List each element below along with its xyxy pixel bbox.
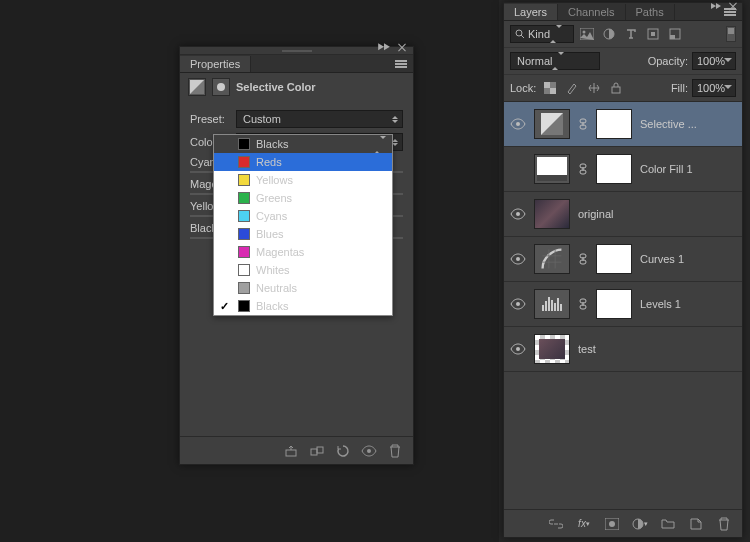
visibility-toggle[interactable]	[510, 161, 526, 177]
layer-name[interactable]: Levels 1	[640, 298, 736, 310]
filter-kind-select[interactable]: Kind	[510, 25, 574, 43]
dropdown-item-magentas[interactable]: Magentas	[214, 243, 392, 261]
previous-state-icon[interactable]	[309, 443, 325, 459]
fill-value: 100%	[697, 82, 725, 94]
preset-value: Custom	[243, 113, 281, 125]
dropdown-arrows-icon	[552, 55, 564, 67]
tab-properties[interactable]: Properties	[180, 56, 251, 72]
dropdown-item-label: Blues	[256, 228, 284, 240]
layer-row[interactable]: Levels 1	[504, 282, 742, 327]
lock-pixels-icon[interactable]	[564, 80, 580, 96]
lock-all-icon[interactable]	[608, 80, 624, 96]
dropdown-item-yellows[interactable]: Yellows	[214, 171, 392, 189]
visibility-toggle[interactable]	[510, 296, 526, 312]
reset-icon[interactable]	[335, 443, 351, 459]
link-mask-icon[interactable]	[578, 163, 588, 175]
clip-to-layer-icon[interactable]	[283, 443, 299, 459]
filter-adjustment-icon[interactable]	[600, 25, 618, 43]
filter-shape-icon[interactable]	[644, 25, 662, 43]
collapse-icon[interactable]	[710, 2, 722, 12]
svg-rect-38	[557, 298, 559, 311]
color-swatch	[238, 282, 250, 294]
dropdown-item-blues[interactable]: Blues	[214, 225, 392, 243]
filter-toggle[interactable]	[726, 26, 736, 42]
layer-mask-thumbnail[interactable]	[596, 244, 632, 274]
fill-label: Fill:	[671, 82, 688, 94]
layer-mask-thumbnail[interactable]	[596, 109, 632, 139]
visibility-toggle[interactable]	[510, 206, 526, 222]
new-layer-icon[interactable]	[688, 516, 704, 532]
link-layers-icon[interactable]	[548, 516, 564, 532]
layer-row[interactable]: original	[504, 192, 742, 237]
dropdown-arrows-icon	[392, 113, 398, 126]
layer-filter-row: Kind	[504, 21, 742, 48]
layer-thumbnail[interactable]	[534, 109, 570, 139]
layer-name[interactable]: Selective ...	[640, 118, 736, 130]
filter-smartobject-icon[interactable]	[666, 25, 684, 43]
close-icon[interactable]	[397, 43, 409, 53]
dropdown-item-cyans[interactable]: Cyans	[214, 207, 392, 225]
mask-icon[interactable]	[212, 78, 230, 96]
visibility-toggle[interactable]	[510, 341, 526, 357]
layer-name[interactable]: original	[578, 208, 736, 220]
layer-thumbnail[interactable]	[534, 199, 570, 229]
blend-mode-select[interactable]: Normal	[510, 52, 600, 70]
lock-transparency-icon[interactable]	[542, 80, 558, 96]
header-label: Blacks	[256, 138, 288, 150]
new-group-icon[interactable]	[660, 516, 676, 532]
layer-name[interactable]: test	[578, 343, 736, 355]
lock-position-icon[interactable]	[586, 80, 602, 96]
filter-type-icon[interactable]	[622, 25, 640, 43]
link-mask-icon[interactable]	[578, 298, 588, 310]
dropdown-item-label: Magentas	[256, 246, 304, 258]
colors-dropdown-header[interactable]: Blacks	[214, 135, 392, 153]
layers-tabs: Layers Channels Paths	[504, 3, 742, 21]
tab-layers[interactable]: Layers	[504, 4, 558, 20]
new-adjustment-icon[interactable]: ▾	[632, 516, 648, 532]
svg-rect-35	[548, 297, 550, 311]
add-mask-icon[interactable]	[604, 516, 620, 532]
visibility-toggle[interactable]	[510, 116, 526, 132]
dropdown-item-reds[interactable]: Reds	[214, 153, 392, 171]
layer-row[interactable]: test	[504, 327, 742, 372]
dropdown-item-blacks[interactable]: ✓Blacks	[214, 297, 392, 315]
layer-row[interactable]: Curves 1	[504, 237, 742, 282]
dropdown-item-label: Greens	[256, 192, 292, 204]
layer-mask-thumbnail[interactable]	[596, 154, 632, 184]
layer-name[interactable]: Color Fill 1	[640, 163, 736, 175]
layers-footer: fx▾ ▾	[504, 509, 742, 537]
dropdown-item-greens[interactable]: Greens	[214, 189, 392, 207]
fill-input[interactable]: 100%	[692, 79, 736, 97]
dropdown-item-label: Reds	[256, 156, 282, 168]
collapse-icon[interactable]	[377, 43, 391, 51]
link-mask-icon[interactable]	[578, 118, 588, 130]
dropdown-item-label: Yellows	[256, 174, 293, 186]
filter-pixel-icon[interactable]	[578, 25, 596, 43]
close-icon[interactable]	[728, 2, 738, 12]
trash-icon[interactable]	[716, 516, 732, 532]
dropdown-item-neutrals[interactable]: Neutrals	[214, 279, 392, 297]
svg-rect-16	[544, 82, 550, 88]
layer-thumbnail[interactable]	[534, 334, 570, 364]
panel-menu-icon[interactable]	[389, 59, 413, 69]
link-mask-icon[interactable]	[578, 253, 588, 265]
layer-thumbnail[interactable]	[534, 244, 570, 274]
layer-mask-thumbnail[interactable]	[596, 289, 632, 319]
tab-channels[interactable]: Channels	[558, 4, 625, 20]
layer-thumbnail[interactable]	[534, 154, 570, 184]
svg-rect-14	[670, 35, 675, 39]
visibility-toggle[interactable]	[510, 251, 526, 267]
layer-fx-icon[interactable]: fx▾	[576, 516, 592, 532]
preset-select[interactable]: Custom	[236, 110, 403, 128]
layer-row[interactable]: Color Fill 1	[504, 147, 742, 192]
layer-name[interactable]: Curves 1	[640, 253, 736, 265]
trash-icon[interactable]	[387, 443, 403, 459]
tab-paths[interactable]: Paths	[626, 4, 675, 20]
visibility-icon[interactable]	[361, 443, 377, 459]
dropdown-item-whites[interactable]: Whites	[214, 261, 392, 279]
layer-thumbnail[interactable]	[534, 289, 570, 319]
svg-rect-33	[542, 305, 544, 311]
opacity-input[interactable]: 100%	[692, 52, 736, 70]
svg-rect-17	[550, 88, 556, 94]
layer-row[interactable]: Selective ...	[504, 102, 742, 147]
